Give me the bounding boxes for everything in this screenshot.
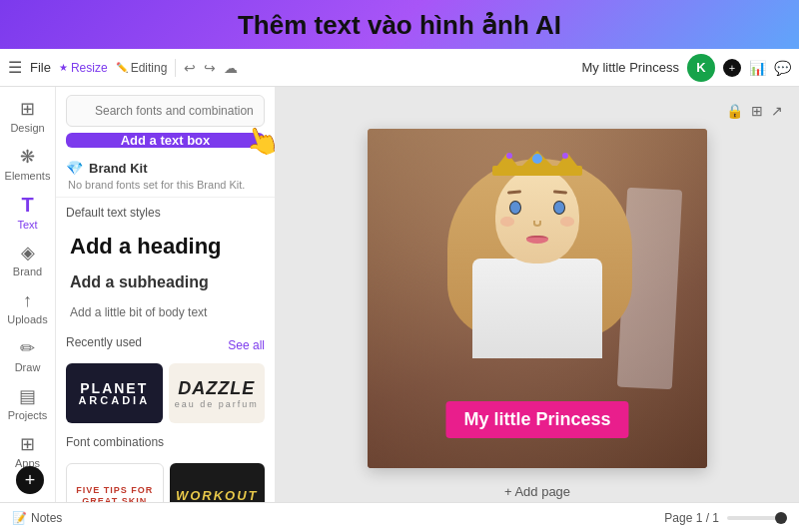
toolbar-divider xyxy=(175,59,176,77)
editing-button[interactable]: Editing xyxy=(116,61,168,75)
resize-button[interactable]: Resize xyxy=(59,61,108,75)
banner-title: Thêm text vào hình ảnh AI xyxy=(0,10,799,41)
apps-icon: ⊞ xyxy=(20,433,35,455)
draw-icon: ✏ xyxy=(20,337,35,359)
svg-point-5 xyxy=(506,153,512,159)
icon-sidebar: ⊞ Design ❋ Elements T Text ◈ Brand ↑ Upl… xyxy=(0,87,56,525)
brand-kit-no-fonts: No brand fonts set for this Brand Kit. xyxy=(66,176,265,191)
default-styles-section: Default text styles Add a heading Add a … xyxy=(56,198,275,325)
brand-kit-icon: 💎 xyxy=(66,160,83,176)
notes-button[interactable]: 📝 Notes xyxy=(12,511,62,525)
dress xyxy=(472,259,602,358)
redo-button[interactable]: ↪ xyxy=(204,60,216,76)
invite-button[interactable]: + xyxy=(723,59,741,77)
recently-used-label: Recently used xyxy=(66,335,142,349)
hamburger-icon[interactable]: ☰ xyxy=(8,58,22,77)
brand-kit-section: 💎 Brand Kit No brand fonts set for this … xyxy=(56,156,275,198)
projects-icon: ▤ xyxy=(19,385,36,407)
brand-kit-label: Brand Kit xyxy=(89,161,148,176)
undo-button[interactable]: ↩ xyxy=(184,60,196,76)
design-icon: ⊞ xyxy=(20,98,35,120)
project-title: My little Princess xyxy=(581,60,679,75)
canvas-area: 🔒 ⊞ ↗ xyxy=(276,87,799,525)
right-eyebrow xyxy=(553,190,567,194)
uploads-icon: ↑ xyxy=(23,290,32,311)
body-style-item[interactable]: Add a little bit of body text xyxy=(66,297,265,325)
heading-text: Add a heading xyxy=(70,234,222,259)
svg-point-6 xyxy=(562,153,568,159)
subheading-text: Add a subheading xyxy=(70,273,209,290)
font-combinations-label: Font combinations xyxy=(66,435,164,449)
nose xyxy=(533,221,541,227)
toolbar: ☰ File Resize Editing ↩ ↪ ☁ My little Pr… xyxy=(0,49,799,87)
recently-used-section: Recently used See all PLANET ARCADIA DAZ… xyxy=(56,325,275,427)
planet-text-top: PLANET xyxy=(80,381,148,395)
face xyxy=(495,169,579,264)
canvas-text-label[interactable]: My little Princess xyxy=(445,401,628,438)
svg-rect-0 xyxy=(492,166,582,176)
toolbar-left: ☰ File Resize Editing ↩ ↪ ☁ xyxy=(8,58,575,77)
notes-icon: 📝 xyxy=(12,511,27,525)
font-card-dazzle[interactable]: DAZZLE eau de parfum xyxy=(169,363,266,423)
file-menu[interactable]: File xyxy=(30,60,51,75)
font-combinations-header: Font combinations xyxy=(66,435,265,455)
zoom-indicator xyxy=(775,512,787,524)
search-input[interactable] xyxy=(66,95,265,127)
dazzle-text-bottom: eau de parfum xyxy=(175,399,259,409)
princess-background: My little Princess xyxy=(368,129,707,468)
right-cheek xyxy=(560,217,574,227)
text-icon: T xyxy=(21,194,33,217)
zoom-bar[interactable] xyxy=(727,516,787,520)
grid-icon[interactable]: ⊞ xyxy=(751,103,763,119)
default-styles-label: Default text styles xyxy=(66,206,265,220)
export-icon[interactable]: ↗ xyxy=(771,103,783,119)
sidebar-item-projects[interactable]: ▤ Projects xyxy=(5,380,51,426)
search-wrapper: 🔍 xyxy=(66,95,265,127)
combo-2-text: WORKOUT xyxy=(176,488,259,503)
page-info: Page 1 / 1 xyxy=(664,511,787,525)
font-card-planet[interactable]: PLANET ARCADIA xyxy=(66,363,163,423)
left-eye xyxy=(509,201,521,215)
add-page-button[interactable]: + Add page xyxy=(488,478,586,505)
brand-icon: ◈ xyxy=(21,242,35,264)
sidebar-item-brand[interactable]: ◈ Brand xyxy=(5,237,51,282)
see-all-link[interactable]: See all xyxy=(228,338,265,352)
sidebar-item-text[interactable]: T Text xyxy=(5,189,51,235)
text-panel: 🔍 Add a text box 👆 💎 Brand Kit No brand … xyxy=(56,87,276,525)
sidebar-item-uploads[interactable]: ↑ Uploads xyxy=(5,284,51,330)
add-text-box-button[interactable]: Add a text box 👆 xyxy=(66,133,265,148)
canvas-top-bar: 🔒 ⊞ ↗ xyxy=(292,103,783,119)
search-area: 🔍 xyxy=(56,87,275,133)
sidebar-item-design[interactable]: ⊞ Design xyxy=(5,93,51,139)
cloud-icon: ☁ xyxy=(224,60,238,76)
lock-icon[interactable]: 🔒 xyxy=(726,103,743,119)
canvas-card[interactable]: My little Princess xyxy=(368,129,707,468)
body-text: Add a little bit of body text xyxy=(70,305,207,319)
right-eye xyxy=(553,201,565,215)
top-banner: Thêm text vào hình ảnh AI xyxy=(0,0,799,49)
planet-text-bottom: ARCADIA xyxy=(78,395,150,406)
lips xyxy=(526,236,548,244)
elements-icon: ❋ xyxy=(20,146,35,168)
svg-point-4 xyxy=(532,154,542,164)
bottom-bar: 📝 Notes Page 1 / 1 xyxy=(0,502,799,532)
crown xyxy=(492,151,582,176)
heading-style-item[interactable]: Add a heading xyxy=(66,226,265,267)
analytics-icon[interactable]: 📊 xyxy=(749,60,766,76)
dazzle-text-top: DAZZLE xyxy=(178,378,255,399)
avatar[interactable]: K xyxy=(687,54,715,82)
sidebar-item-elements[interactable]: ❋ Elements xyxy=(5,141,51,187)
recently-used-header: Recently used See all xyxy=(66,335,265,355)
recently-used-grid: PLANET ARCADIA DAZZLE eau de parfum xyxy=(66,363,265,423)
add-circle-button[interactable]: + xyxy=(16,466,44,494)
subheading-style-item[interactable]: Add a subheading xyxy=(66,267,265,297)
left-eyebrow xyxy=(507,190,521,194)
toolbar-right: My little Princess K + 📊 💬 xyxy=(581,54,791,82)
left-cheek xyxy=(500,217,514,227)
sidebar-item-draw[interactable]: ✏ Draw xyxy=(5,332,51,378)
brand-kit-row: 💎 Brand Kit xyxy=(66,160,265,176)
chat-icon[interactable]: 💬 xyxy=(774,60,791,76)
main-layout: ⊞ Design ❋ Elements T Text ◈ Brand ↑ Upl… xyxy=(0,87,799,525)
